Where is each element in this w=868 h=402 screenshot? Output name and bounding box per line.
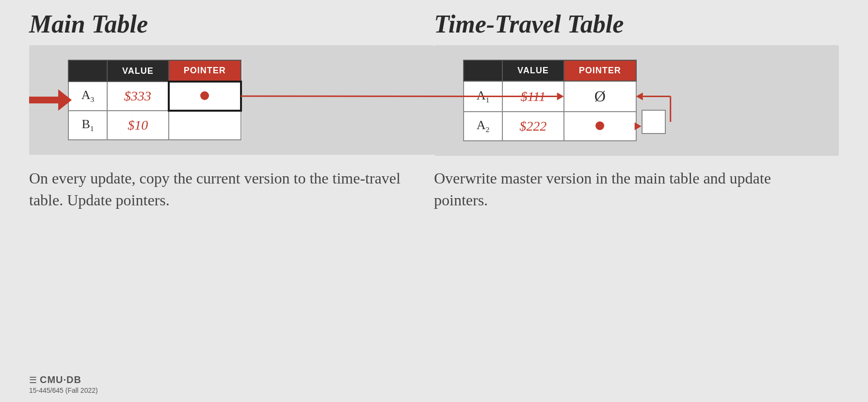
time-travel-table-title: Time-Travel Table [434, 10, 839, 38]
time-travel-table: VALUE POINTER A1 $111 Ø [463, 60, 637, 141]
main-row1-key: A3 [68, 82, 107, 111]
main-table: VALUE POINTER A3 $333 B [68, 60, 242, 140]
tt-row2-key: A2 [464, 112, 502, 141]
tt-col-pointer-header: POINTER [564, 60, 636, 81]
main-row2-value: $10 [107, 111, 169, 140]
footer-logo: ☰ CMU·DB [29, 374, 81, 385]
tt-row2-pointer [564, 112, 636, 141]
tt-row1-key: A1 [464, 81, 502, 112]
table-row: B1 $10 [68, 111, 241, 140]
pointer-dot [200, 91, 209, 100]
time-travel-table-container: VALUE POINTER A1 $111 Ø [434, 45, 839, 156]
main-row1-pointer [169, 82, 241, 111]
null-symbol: Ø [595, 87, 606, 105]
tt-col-key-header [464, 60, 502, 81]
footer: ☰ CMU·DB 15-445/645 (Fall 2022) [0, 367, 868, 402]
main-col-key-header [68, 60, 107, 82]
tt-row1-pointer: Ø [564, 81, 636, 112]
bottom-section: On every update, copy the current versio… [0, 156, 868, 211]
main-table-container: VALUE POINTER A3 $333 B [29, 45, 434, 155]
table-row: A3 $333 [68, 82, 241, 111]
main-row2-key: B1 [68, 111, 107, 140]
left-panel: Main Table VALUE POINTER [29, 10, 434, 156]
main-col-pointer-header: POINTER [169, 60, 241, 82]
main-row1-value: $333 [107, 82, 169, 111]
table-row: A2 $222 [464, 112, 636, 141]
footer-logo-text: CMU·DB [40, 374, 81, 385]
main-col-value-header: VALUE [107, 60, 169, 82]
main-table-title: Main Table [29, 10, 434, 38]
main-row2-pointer [169, 111, 241, 140]
right-panel: Time-Travel Table VALUE POINTER A1 $111 [434, 10, 839, 156]
footer-course: 15-445/645 (Fall 2022) [29, 386, 98, 394]
tt-row2-value: $222 [502, 112, 564, 141]
main-table-arrow [29, 89, 72, 111]
tt-row1-value: $111 [502, 81, 564, 112]
right-description: Overwrite master version in the main tab… [434, 168, 839, 211]
cmu-icon: ☰ [29, 375, 37, 385]
arrow-body [29, 97, 58, 103]
pointer-dot-2 [595, 121, 604, 130]
tt-col-value-header: VALUE [502, 60, 564, 81]
diagram-area: Main Table VALUE POINTER [0, 0, 868, 156]
table-row: A1 $111 Ø [464, 81, 636, 112]
left-description: On every update, copy the current versio… [29, 168, 434, 211]
page: Main Table VALUE POINTER [0, 0, 868, 402]
pointer-target-box [642, 110, 666, 134]
